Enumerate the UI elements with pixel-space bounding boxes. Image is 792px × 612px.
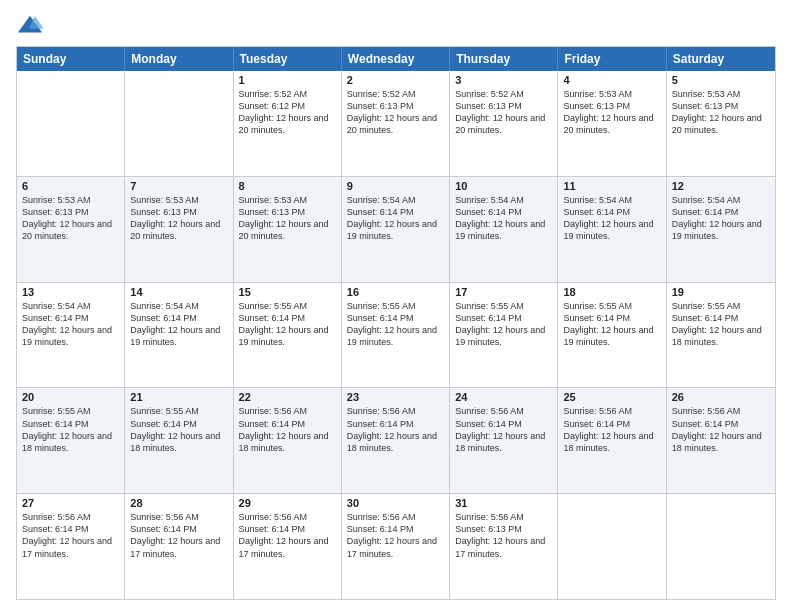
calendar-cell: 17Sunrise: 5:55 AM Sunset: 6:14 PM Dayli… <box>450 283 558 388</box>
day-number: 25 <box>563 391 660 403</box>
cell-sun-info: Sunrise: 5:55 AM Sunset: 6:14 PM Dayligh… <box>672 300 770 349</box>
cell-sun-info: Sunrise: 5:53 AM Sunset: 6:13 PM Dayligh… <box>672 88 770 137</box>
calendar-cell: 5Sunrise: 5:53 AM Sunset: 6:13 PM Daylig… <box>667 71 775 176</box>
weekday-header-friday: Friday <box>558 47 666 71</box>
weekday-header-saturday: Saturday <box>667 47 775 71</box>
cell-sun-info: Sunrise: 5:53 AM Sunset: 6:13 PM Dayligh… <box>130 194 227 243</box>
cell-sun-info: Sunrise: 5:56 AM Sunset: 6:14 PM Dayligh… <box>239 405 336 454</box>
calendar-cell: 18Sunrise: 5:55 AM Sunset: 6:14 PM Dayli… <box>558 283 666 388</box>
calendar-cell: 24Sunrise: 5:56 AM Sunset: 6:14 PM Dayli… <box>450 388 558 493</box>
calendar: SundayMondayTuesdayWednesdayThursdayFrid… <box>16 46 776 600</box>
cell-sun-info: Sunrise: 5:55 AM Sunset: 6:14 PM Dayligh… <box>130 405 227 454</box>
calendar-cell <box>17 71 125 176</box>
day-number: 7 <box>130 180 227 192</box>
calendar-cell: 12Sunrise: 5:54 AM Sunset: 6:14 PM Dayli… <box>667 177 775 282</box>
day-number: 2 <box>347 74 444 86</box>
day-number: 13 <box>22 286 119 298</box>
page: SundayMondayTuesdayWednesdayThursdayFrid… <box>0 0 792 612</box>
calendar-row-4: 27Sunrise: 5:56 AM Sunset: 6:14 PM Dayli… <box>17 493 775 599</box>
calendar-cell: 13Sunrise: 5:54 AM Sunset: 6:14 PM Dayli… <box>17 283 125 388</box>
day-number: 4 <box>563 74 660 86</box>
day-number: 9 <box>347 180 444 192</box>
day-number: 20 <box>22 391 119 403</box>
day-number: 23 <box>347 391 444 403</box>
weekday-header-monday: Monday <box>125 47 233 71</box>
calendar-cell <box>667 494 775 599</box>
cell-sun-info: Sunrise: 5:54 AM Sunset: 6:14 PM Dayligh… <box>563 194 660 243</box>
calendar-cell: 19Sunrise: 5:55 AM Sunset: 6:14 PM Dayli… <box>667 283 775 388</box>
cell-sun-info: Sunrise: 5:54 AM Sunset: 6:14 PM Dayligh… <box>672 194 770 243</box>
cell-sun-info: Sunrise: 5:54 AM Sunset: 6:14 PM Dayligh… <box>22 300 119 349</box>
cell-sun-info: Sunrise: 5:56 AM Sunset: 6:14 PM Dayligh… <box>347 511 444 560</box>
calendar-cell: 31Sunrise: 5:56 AM Sunset: 6:13 PM Dayli… <box>450 494 558 599</box>
cell-sun-info: Sunrise: 5:55 AM Sunset: 6:14 PM Dayligh… <box>239 300 336 349</box>
cell-sun-info: Sunrise: 5:55 AM Sunset: 6:14 PM Dayligh… <box>455 300 552 349</box>
cell-sun-info: Sunrise: 5:53 AM Sunset: 6:13 PM Dayligh… <box>563 88 660 137</box>
day-number: 19 <box>672 286 770 298</box>
calendar-cell: 15Sunrise: 5:55 AM Sunset: 6:14 PM Dayli… <box>234 283 342 388</box>
calendar-row-2: 13Sunrise: 5:54 AM Sunset: 6:14 PM Dayli… <box>17 282 775 388</box>
calendar-cell: 14Sunrise: 5:54 AM Sunset: 6:14 PM Dayli… <box>125 283 233 388</box>
logo-icon <box>16 12 44 40</box>
calendar-cell: 11Sunrise: 5:54 AM Sunset: 6:14 PM Dayli… <box>558 177 666 282</box>
calendar-cell: 3Sunrise: 5:52 AM Sunset: 6:13 PM Daylig… <box>450 71 558 176</box>
day-number: 21 <box>130 391 227 403</box>
day-number: 14 <box>130 286 227 298</box>
day-number: 15 <box>239 286 336 298</box>
day-number: 6 <box>22 180 119 192</box>
calendar-row-3: 20Sunrise: 5:55 AM Sunset: 6:14 PM Dayli… <box>17 387 775 493</box>
day-number: 8 <box>239 180 336 192</box>
day-number: 11 <box>563 180 660 192</box>
day-number: 22 <box>239 391 336 403</box>
calendar-cell: 9Sunrise: 5:54 AM Sunset: 6:14 PM Daylig… <box>342 177 450 282</box>
weekday-header-tuesday: Tuesday <box>234 47 342 71</box>
cell-sun-info: Sunrise: 5:56 AM Sunset: 6:14 PM Dayligh… <box>563 405 660 454</box>
calendar-cell: 6Sunrise: 5:53 AM Sunset: 6:13 PM Daylig… <box>17 177 125 282</box>
calendar-row-1: 6Sunrise: 5:53 AM Sunset: 6:13 PM Daylig… <box>17 176 775 282</box>
cell-sun-info: Sunrise: 5:55 AM Sunset: 6:14 PM Dayligh… <box>347 300 444 349</box>
calendar-cell: 21Sunrise: 5:55 AM Sunset: 6:14 PM Dayli… <box>125 388 233 493</box>
calendar-body: 1Sunrise: 5:52 AM Sunset: 6:12 PM Daylig… <box>17 71 775 599</box>
cell-sun-info: Sunrise: 5:52 AM Sunset: 6:13 PM Dayligh… <box>347 88 444 137</box>
cell-sun-info: Sunrise: 5:56 AM Sunset: 6:14 PM Dayligh… <box>239 511 336 560</box>
calendar-header: SundayMondayTuesdayWednesdayThursdayFrid… <box>17 47 775 71</box>
cell-sun-info: Sunrise: 5:56 AM Sunset: 6:14 PM Dayligh… <box>347 405 444 454</box>
cell-sun-info: Sunrise: 5:52 AM Sunset: 6:12 PM Dayligh… <box>239 88 336 137</box>
cell-sun-info: Sunrise: 5:56 AM Sunset: 6:14 PM Dayligh… <box>455 405 552 454</box>
cell-sun-info: Sunrise: 5:54 AM Sunset: 6:14 PM Dayligh… <box>455 194 552 243</box>
day-number: 10 <box>455 180 552 192</box>
cell-sun-info: Sunrise: 5:55 AM Sunset: 6:14 PM Dayligh… <box>22 405 119 454</box>
header <box>16 12 776 40</box>
day-number: 29 <box>239 497 336 509</box>
cell-sun-info: Sunrise: 5:53 AM Sunset: 6:13 PM Dayligh… <box>22 194 119 243</box>
calendar-cell: 16Sunrise: 5:55 AM Sunset: 6:14 PM Dayli… <box>342 283 450 388</box>
calendar-cell: 30Sunrise: 5:56 AM Sunset: 6:14 PM Dayli… <box>342 494 450 599</box>
calendar-cell: 25Sunrise: 5:56 AM Sunset: 6:14 PM Dayli… <box>558 388 666 493</box>
cell-sun-info: Sunrise: 5:56 AM Sunset: 6:14 PM Dayligh… <box>672 405 770 454</box>
calendar-cell: 26Sunrise: 5:56 AM Sunset: 6:14 PM Dayli… <box>667 388 775 493</box>
day-number: 1 <box>239 74 336 86</box>
day-number: 26 <box>672 391 770 403</box>
cell-sun-info: Sunrise: 5:54 AM Sunset: 6:14 PM Dayligh… <box>130 300 227 349</box>
cell-sun-info: Sunrise: 5:55 AM Sunset: 6:14 PM Dayligh… <box>563 300 660 349</box>
logo <box>16 12 48 40</box>
calendar-cell: 10Sunrise: 5:54 AM Sunset: 6:14 PM Dayli… <box>450 177 558 282</box>
day-number: 17 <box>455 286 552 298</box>
day-number: 12 <box>672 180 770 192</box>
day-number: 27 <box>22 497 119 509</box>
weekday-header-sunday: Sunday <box>17 47 125 71</box>
day-number: 18 <box>563 286 660 298</box>
cell-sun-info: Sunrise: 5:53 AM Sunset: 6:13 PM Dayligh… <box>239 194 336 243</box>
day-number: 30 <box>347 497 444 509</box>
calendar-row-0: 1Sunrise: 5:52 AM Sunset: 6:12 PM Daylig… <box>17 71 775 176</box>
day-number: 5 <box>672 74 770 86</box>
calendar-cell: 22Sunrise: 5:56 AM Sunset: 6:14 PM Dayli… <box>234 388 342 493</box>
calendar-cell: 23Sunrise: 5:56 AM Sunset: 6:14 PM Dayli… <box>342 388 450 493</box>
cell-sun-info: Sunrise: 5:52 AM Sunset: 6:13 PM Dayligh… <box>455 88 552 137</box>
calendar-cell: 27Sunrise: 5:56 AM Sunset: 6:14 PM Dayli… <box>17 494 125 599</box>
day-number: 16 <box>347 286 444 298</box>
calendar-cell: 20Sunrise: 5:55 AM Sunset: 6:14 PM Dayli… <box>17 388 125 493</box>
calendar-cell: 1Sunrise: 5:52 AM Sunset: 6:12 PM Daylig… <box>234 71 342 176</box>
calendar-cell: 2Sunrise: 5:52 AM Sunset: 6:13 PM Daylig… <box>342 71 450 176</box>
calendar-cell: 4Sunrise: 5:53 AM Sunset: 6:13 PM Daylig… <box>558 71 666 176</box>
